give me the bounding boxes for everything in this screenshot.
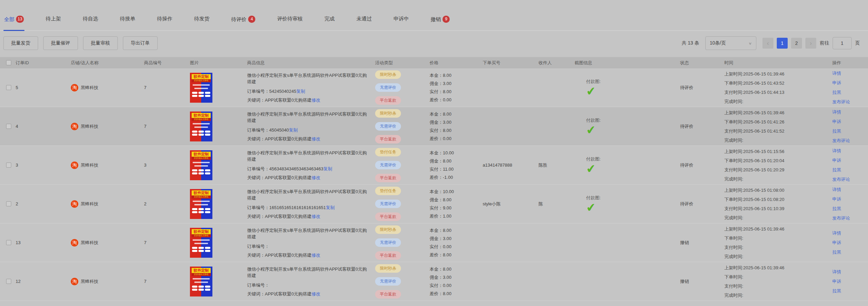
time-line: 下单时间:2025-06-15 01:08:20 (724, 195, 832, 204)
product-image-text-bar (194, 243, 208, 244)
payment-shot-check-icon[interactable]: ✔ (585, 162, 596, 175)
edit-keyword-link[interactable]: 修改 (311, 175, 320, 180)
row-action-link[interactable]: 拉黑 (832, 249, 868, 255)
row-action-link[interactable]: 申诉 (832, 196, 868, 202)
tab-10[interactable]: 申诉中 (393, 16, 409, 30)
row-action-link[interactable]: 申诉 (832, 80, 868, 86)
row-checkbox[interactable] (6, 85, 11, 90)
row-action-link[interactable]: 详情 (832, 187, 868, 193)
prev-page-button[interactable]: ‹ (762, 38, 773, 49)
copy-link[interactable]: 复制 (289, 128, 298, 133)
activity-tags: 垫付任务无需评价平台返款 (375, 148, 430, 182)
product-image[interactable]: 软件定制 好的项目才挣钱 (190, 228, 212, 258)
row-action-link[interactable]: 拉黑 (832, 128, 868, 134)
row-action-link[interactable]: 详情 (832, 109, 868, 115)
tab-label: 评价待审核 (277, 16, 303, 21)
edit-keyword-link[interactable]: 修改 (311, 214, 320, 219)
copy-link[interactable]: 复制 (323, 166, 332, 171)
row-checkbox[interactable] (6, 163, 11, 168)
activity-tag: 无需评价 (375, 238, 401, 247)
recipient-name: 陈 (539, 201, 575, 207)
product-image-text-bar (193, 162, 210, 163)
tab-label: 待接单 (120, 16, 135, 21)
row-action-link[interactable]: 申诉 (832, 240, 868, 246)
row-action-link[interactable]: 拉黑 (832, 206, 868, 212)
tab-8[interactable]: 完成 (324, 16, 335, 30)
tab-count-badge: 9 (443, 16, 450, 23)
store-name: 黑蜂科技 (81, 85, 98, 91)
edit-keyword-link[interactable]: 修改 (311, 291, 320, 296)
copy-link[interactable]: 复制 (296, 89, 305, 94)
keyword-value: APP试客联盟0元购搭建 (265, 98, 311, 103)
row-action-link[interactable]: 申诉 (832, 119, 868, 125)
tab-11[interactable]: 撤销9 (430, 16, 450, 30)
edit-keyword-link[interactable]: 修改 (311, 98, 320, 103)
row-action-link[interactable]: 拉黑 (832, 167, 868, 173)
row-action-link[interactable]: 申诉 (832, 157, 868, 164)
tab-5[interactable]: 待发货 (193, 16, 210, 30)
tab-0[interactable]: 全部13 (3, 16, 25, 30)
order-id: 12 (16, 279, 71, 284)
row-action-link[interactable]: 详情 (832, 70, 868, 76)
payment-shot-check-icon[interactable]: ✔ (585, 85, 596, 97)
page-button-1[interactable]: 1 (777, 38, 788, 49)
edit-keyword-link[interactable]: 修改 (311, 253, 320, 258)
order-id: 2 (16, 201, 71, 206)
row-action-link[interactable]: 拉黑 (832, 288, 868, 294)
price-line: 差价：0.00 (430, 135, 483, 143)
tab-9[interactable]: 未通过 (356, 16, 372, 30)
bulk-audit-button[interactable]: 批量审核 (83, 36, 118, 50)
next-page-button[interactable]: › (805, 38, 816, 49)
tab-2[interactable]: 待自选 (82, 16, 99, 30)
taobao-store-icon: 淘 (71, 162, 78, 169)
row-action-link[interactable]: 发布评论 (832, 138, 868, 144)
row-action-link[interactable]: 发布评论 (832, 99, 868, 105)
product-image[interactable]: 软件定制 好的项目才挣钱 (190, 189, 212, 219)
price-line: 实付：8.00 (430, 88, 483, 96)
time-block: 上架时间:2025-06-15 01:39:46下单时间:支付时间:完成时间: (724, 263, 832, 300)
select-all-checkbox[interactable] (6, 60, 11, 65)
product-image-text-bar (194, 204, 208, 205)
bulk-ship-button[interactable]: 批量发货 (3, 36, 38, 50)
row-checkbox[interactable] (6, 240, 11, 245)
tab-1[interactable]: 待上架 (45, 16, 62, 30)
row-action-link[interactable]: 详情 (832, 148, 868, 154)
row-checkbox[interactable] (6, 124, 11, 129)
edit-keyword-link[interactable]: 修改 (311, 136, 320, 141)
product-image[interactable]: 软件定制 好的项目才挣钱 (190, 73, 212, 103)
row-action-link[interactable]: 发布评论 (832, 215, 868, 221)
copy-link[interactable]: 复制 (326, 205, 335, 210)
product-image-text-bar (194, 282, 208, 283)
table-row: 12 淘 黑蜂科技 7 软件定制 好的项目才挣钱 微信小程序定制开发s单平台系统… (0, 262, 868, 301)
tab-label: 申诉中 (393, 16, 409, 21)
time-line: 下单时间: (724, 234, 832, 243)
status-badge: 待评价 (680, 201, 724, 207)
row-action-link[interactable]: 申诉 (832, 278, 868, 285)
product-title: 微信小程序定制开发s单平台系统源码软件APP试客联盟0元购搭建 (247, 266, 367, 279)
table-row: 5 淘 黑蜂科技 7 软件定制 好的项目才挣钱 微信小程序定制开发s单平台系统源… (0, 68, 868, 107)
product-image[interactable]: 软件定制 好的项目才挣钱 (190, 267, 212, 296)
product-image[interactable]: 软件定制 好的项目才挣钱 (190, 112, 212, 141)
product-image[interactable]: 软件定制 好的项目才挣钱 (190, 150, 212, 180)
row-checkbox[interactable] (6, 279, 11, 284)
payment-shot-check-icon[interactable]: ✔ (585, 201, 596, 214)
row-checkbox[interactable] (6, 201, 11, 206)
payment-shot-check-icon[interactable]: ✔ (585, 123, 596, 136)
row-action-link[interactable]: 发布评论 (832, 176, 868, 183)
row-action-link[interactable]: 详情 (832, 269, 868, 275)
tab-6[interactable]: 待评价4 (230, 16, 256, 30)
bulk-review-reminder-button[interactable]: 批量催评 (43, 36, 78, 50)
tab-4[interactable]: 待操作 (156, 16, 173, 30)
time-line: 上架时间:2025-06-15 01:39:46 (724, 108, 832, 117)
export-orders-button[interactable]: 导出订单 (123, 36, 158, 50)
page-button-2[interactable]: 2 (791, 38, 802, 49)
page-size-select[interactable]: 10条/页 ∨ (705, 36, 756, 50)
row-action-link[interactable]: 详情 (832, 230, 868, 236)
time-line: 完成时间: (724, 97, 832, 106)
header-store: 店铺/达人名称 (71, 60, 144, 66)
row-actions: 详情申诉拉黑发布评论 (832, 148, 868, 183)
tab-3[interactable]: 待接单 (119, 16, 136, 30)
tab-7[interactable]: 评价待审核 (276, 16, 303, 30)
row-action-link[interactable]: 拉黑 (832, 89, 868, 96)
goto-page-input[interactable] (833, 37, 852, 49)
